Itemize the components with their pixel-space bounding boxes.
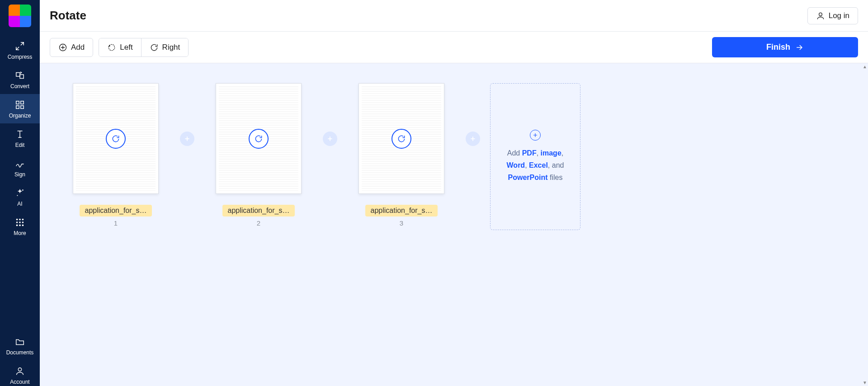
svg-point-8	[16, 219, 18, 221]
page-number: 1	[114, 219, 118, 227]
sidebar-item-documents[interactable]: Documents	[0, 331, 40, 360]
insert-page-button[interactable]	[466, 132, 480, 146]
sidebar-item-convert[interactable]: Convert	[0, 65, 40, 94]
compress-icon	[14, 41, 25, 52]
rotate-badge-icon[interactable]	[392, 129, 411, 149]
svg-rect-5	[21, 106, 24, 108]
scroll-down-icon: ▼	[863, 380, 867, 385]
svg-point-11	[16, 221, 18, 223]
sidebar-item-sign[interactable]: Sign	[0, 153, 40, 182]
login-label: Log in	[829, 11, 849, 20]
page-number: 2	[257, 219, 260, 227]
file-label: application_for_s…	[365, 205, 438, 217]
page-number: 3	[400, 219, 403, 227]
app-logo[interactable]	[9, 5, 31, 27]
rotate-badge-icon[interactable]	[106, 129, 126, 149]
svg-point-18	[819, 13, 822, 16]
svg-rect-4	[16, 106, 19, 108]
add-button[interactable]: Add	[50, 38, 93, 57]
arrow-right-icon	[795, 43, 804, 52]
sidebar-item-label: Convert	[10, 83, 29, 89]
toolbar: Add Left Right	[40, 32, 868, 63]
finish-button[interactable]: Finish	[712, 37, 858, 57]
sidebar: Compress Convert Organize Edit Sign	[0, 0, 40, 386]
svg-point-16	[22, 225, 24, 226]
page-thumbnail[interactable]: application_for_s… 3	[347, 83, 456, 227]
file-label: application_for_s…	[222, 205, 295, 217]
rotate-badge-icon[interactable]	[249, 129, 269, 149]
organize-icon	[14, 99, 25, 110]
insert-page-button[interactable]	[180, 132, 194, 146]
svg-point-10	[22, 219, 24, 221]
svg-point-9	[19, 219, 21, 221]
rotate-left-icon	[107, 43, 116, 52]
scrollbar[interactable]: ▲ ▼	[863, 63, 867, 386]
svg-rect-3	[21, 101, 24, 104]
page-thumbnail[interactable]: application_for_s… 2	[204, 83, 313, 227]
add-label: Add	[71, 43, 85, 52]
user-icon	[816, 11, 825, 20]
page-thumbnail[interactable]: application_for_s… 1	[61, 83, 170, 227]
edit-icon	[14, 129, 25, 140]
sidebar-item-account[interactable]: Account	[0, 360, 40, 386]
page-title: Rotate	[50, 9, 86, 23]
insert-page-button[interactable]	[323, 132, 337, 146]
sidebar-item-label: Edit	[15, 142, 25, 148]
documents-icon	[14, 336, 25, 347]
svg-rect-0	[16, 73, 20, 76]
file-label: application_for_s…	[80, 205, 152, 217]
add-files-card[interactable]: Add PDF, image, Word, Excel, and PowerPo…	[490, 83, 580, 230]
svg-point-17	[18, 368, 21, 371]
sidebar-item-more[interactable]: More	[0, 212, 40, 241]
sidebar-item-label: Account	[10, 379, 29, 385]
svg-point-15	[19, 225, 21, 226]
more-icon	[14, 217, 25, 228]
sidebar-item-label: Organize	[9, 113, 31, 119]
rotate-left-label: Left	[120, 43, 132, 52]
rotate-right-label: Right	[162, 43, 180, 52]
add-card-text: Add PDF, image, Word, Excel, and PowerPo…	[500, 147, 571, 184]
sidebar-item-ai[interactable]: AI	[0, 182, 40, 212]
finish-label: Finish	[766, 42, 790, 52]
sidebar-item-label: AI	[17, 201, 22, 207]
workspace: application_for_s… 1 application_for_s… …	[40, 63, 868, 386]
account-icon	[14, 366, 25, 377]
svg-point-7	[17, 195, 18, 196]
svg-point-6	[22, 189, 24, 191]
sidebar-item-compress[interactable]: Compress	[0, 35, 40, 65]
rotate-left-button[interactable]: Left	[99, 38, 141, 56]
sign-icon	[14, 158, 25, 169]
sidebar-item-label: Sign	[14, 171, 25, 178]
svg-point-14	[16, 225, 18, 226]
plus-circle-icon	[58, 43, 67, 52]
sidebar-item-edit[interactable]: Edit	[0, 123, 40, 153]
plus-circle-icon	[530, 130, 541, 141]
ai-icon	[14, 188, 25, 198]
login-button[interactable]: Log in	[807, 7, 858, 24]
rotate-right-icon	[150, 43, 159, 52]
svg-rect-2	[16, 101, 19, 104]
scroll-up-icon: ▲	[863, 64, 867, 69]
sidebar-item-organize[interactable]: Organize	[0, 94, 40, 123]
header: Rotate Log in	[40, 0, 868, 32]
sidebar-item-label: Compress	[8, 54, 33, 60]
rotate-right-button[interactable]: Right	[142, 38, 189, 56]
sidebar-item-label: More	[14, 230, 26, 236]
sidebar-item-label: Documents	[6, 349, 34, 356]
svg-point-12	[19, 221, 21, 223]
svg-rect-1	[20, 75, 24, 78]
convert-icon	[14, 70, 25, 81]
svg-point-13	[22, 221, 24, 223]
